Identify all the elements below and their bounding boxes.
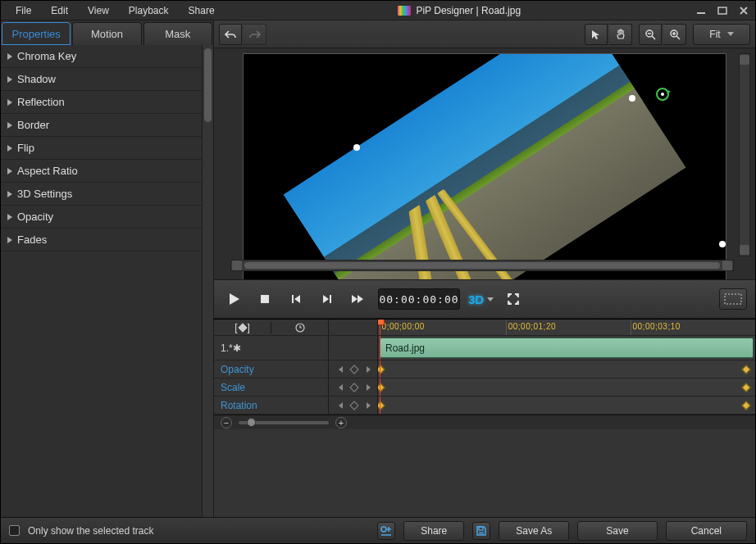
menu-view[interactable]: View	[78, 3, 119, 18]
expand-arrow-icon	[7, 76, 12, 83]
preview-panel: Fit	[214, 20, 755, 517]
cancel-button[interactable]: Cancel	[666, 521, 747, 541]
next-keyframe-button[interactable]	[362, 383, 372, 392]
select-tool-button[interactable]	[585, 24, 608, 45]
tab-mask[interactable]: Mask	[143, 22, 212, 45]
play-button[interactable]	[222, 288, 245, 311]
track-label[interactable]: 1.*✱	[214, 336, 329, 360]
next-frame-button[interactable]	[316, 288, 339, 311]
add-keyframe-button[interactable]	[349, 383, 359, 392]
preview-horizontal-scrollbar[interactable]	[230, 260, 734, 271]
menu-file[interactable]: File	[6, 3, 41, 18]
expand-arrow-icon	[7, 237, 12, 243]
next-keyframe-button[interactable]	[362, 401, 372, 410]
3d-toggle[interactable]: 3D	[468, 292, 494, 306]
floppy-icon	[476, 525, 487, 537]
save-button[interactable]: Save	[577, 521, 657, 541]
property-section-chroma-key[interactable]: Chroma Key	[1, 45, 202, 68]
svg-rect-18	[479, 532, 484, 534]
timeline-clip[interactable]: Road.jpg	[380, 338, 754, 358]
menu-edit[interactable]: Edit	[41, 3, 78, 18]
keyframe-marker[interactable]	[741, 383, 750, 392]
property-section-reflection[interactable]: Reflection	[1, 91, 202, 114]
playhead[interactable]	[380, 320, 380, 335]
prev-keyframe-button[interactable]	[336, 383, 346, 392]
stop-button[interactable]	[253, 288, 276, 311]
prev-keyframe-button[interactable]	[336, 401, 346, 410]
property-section-aspect-ratio[interactable]: Aspect Ratio	[1, 160, 202, 183]
property-section-label: Shadow	[17, 73, 56, 85]
zoom-out-timeline-button[interactable]: −	[221, 417, 232, 428]
timeline-ruler[interactable]: 0;00;00;00 00;00;01;20 00;00;03;10	[378, 320, 755, 335]
svg-rect-14	[725, 294, 741, 304]
undo-button[interactable]	[219, 24, 242, 45]
add-keyframe-button[interactable]	[349, 365, 359, 374]
rotation-handle[interactable]	[654, 85, 672, 103]
tab-properties[interactable]: Properties	[2, 22, 71, 45]
preview-vertical-scrollbar[interactable]	[739, 53, 750, 256]
title-bar: File Edit View Playback Share PiP Design…	[1, 1, 755, 20]
expand-arrow-icon	[7, 145, 12, 152]
track-label[interactable]: Scale	[214, 379, 329, 396]
property-section-border[interactable]: Border	[1, 114, 202, 137]
resize-handle[interactable]	[719, 241, 726, 247]
expand-arrow-icon	[7, 191, 12, 197]
property-section-label: Fades	[17, 233, 47, 246]
property-section-3d-settings[interactable]: 3D Settings	[1, 183, 202, 206]
only-show-selected-label: Only show the selected track	[28, 525, 153, 537]
save-as-button[interactable]: Save As	[499, 521, 569, 541]
fast-forward-button[interactable]	[347, 288, 370, 311]
only-show-selected-checkbox[interactable]	[9, 525, 20, 536]
menu-share[interactable]: Share	[179, 3, 225, 18]
track-label[interactable]: Rotation	[214, 397, 329, 414]
expand-arrow-icon	[7, 122, 12, 129]
safe-zone-toggle[interactable]	[719, 288, 747, 310]
zoom-in-timeline-button[interactable]: +	[335, 417, 347, 428]
track-label[interactable]: Opacity	[214, 360, 329, 378]
zoom-in-button[interactable]	[663, 24, 686, 45]
next-keyframe-button[interactable]	[362, 365, 372, 374]
svg-rect-13	[330, 295, 331, 303]
svg-rect-12	[292, 295, 294, 303]
timecode-display[interactable]: 00:00:00:00	[378, 288, 460, 310]
redo-button[interactable]	[244, 24, 266, 45]
timeline-zoom-slider[interactable]	[239, 421, 329, 424]
property-section-opacity[interactable]: Opacity	[1, 206, 202, 229]
share-button[interactable]: Share	[403, 521, 464, 541]
preview-toolbar: Fit	[214, 20, 755, 48]
zoom-level-dropdown[interactable]: Fit	[693, 24, 750, 45]
ruler-tick-label: 00;00;03;10	[633, 322, 681, 331]
save-icon-button[interactable]	[472, 522, 490, 540]
properties-panel: Properties Motion Mask Chroma KeyShadowR…	[1, 20, 214, 517]
property-section-fades[interactable]: Fades	[1, 229, 202, 252]
share-icon-button[interactable]	[377, 522, 395, 540]
property-section-label: 3D Settings	[17, 188, 72, 200]
properties-scrollbar[interactable]	[202, 45, 213, 517]
fullscreen-button[interactable]	[502, 288, 525, 311]
minimize-button[interactable]	[695, 6, 708, 16]
menu-playback[interactable]: Playback	[119, 3, 179, 18]
prev-keyframe-button[interactable]	[336, 365, 346, 374]
keyframe-track-rotation: Rotation	[214, 397, 755, 415]
expand-arrow-icon	[7, 53, 12, 60]
keyframe-marker[interactable]	[741, 401, 750, 410]
expand-arrow-icon	[7, 99, 12, 106]
zoom-out-button[interactable]	[639, 24, 662, 45]
svg-point-10	[661, 93, 664, 96]
chevron-down-icon	[487, 297, 494, 301]
add-keyframe-button[interactable]	[349, 401, 359, 410]
prev-frame-button[interactable]	[285, 288, 307, 311]
resize-handle[interactable]	[353, 144, 360, 151]
property-section-shadow[interactable]: Shadow	[1, 68, 202, 91]
property-section-flip[interactable]: Flip	[1, 137, 202, 160]
clock-toggle-button[interactable]	[271, 323, 328, 333]
property-section-label: Flip	[17, 142, 34, 154]
pan-tool-button[interactable]	[609, 24, 632, 45]
maximize-button[interactable]	[716, 6, 729, 16]
keyframe-marker[interactable]	[741, 365, 750, 374]
resize-handle[interactable]	[629, 95, 635, 102]
marker-toggle-button[interactable]: [ ]	[214, 322, 271, 333]
close-button[interactable]	[737, 6, 750, 16]
preview-viewport[interactable]: 00:00:00:00 3D	[214, 48, 755, 319]
tab-motion[interactable]: Motion	[72, 22, 141, 45]
